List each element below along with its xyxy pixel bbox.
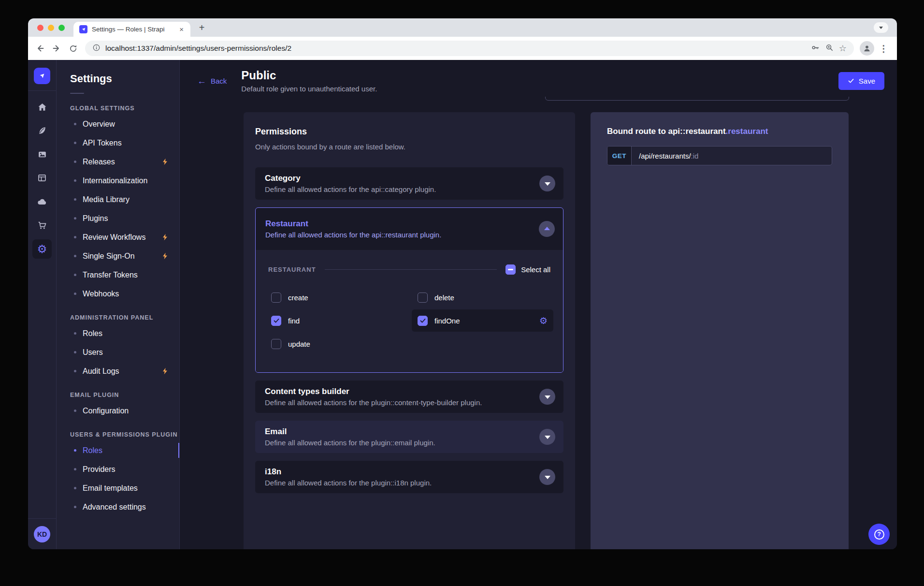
bound-route-title-accent: .restaurant <box>726 127 768 136</box>
group-label: RESTAURANT <box>268 266 316 273</box>
accordion-restaurant[interactable]: Restaurant Define all allowed actions fo… <box>255 207 563 373</box>
lightning-icon <box>161 252 169 260</box>
content-type-builder-icon[interactable] <box>32 168 52 188</box>
accordion-header[interactable]: i18n Define all allowed actions for the … <box>255 461 563 493</box>
forward-button[interactable] <box>48 40 65 57</box>
sidebar-item-webhooks[interactable]: Webhooks <box>57 284 179 303</box>
sidebar-item-overview[interactable]: Overview <box>57 115 179 133</box>
permission-find[interactable]: find <box>265 309 407 332</box>
accordion-email[interactable]: Email Define all allowed actions for the… <box>255 421 563 453</box>
marketplace-cart-icon[interactable] <box>32 216 52 235</box>
accordion-header[interactable]: Restaurant Define all allowed actions fo… <box>256 208 563 250</box>
new-tab-button[interactable]: + <box>195 21 208 34</box>
password-key-icon[interactable] <box>811 43 820 54</box>
permission-update[interactable]: update <box>265 333 407 355</box>
sidebar-item-providers[interactable]: Providers <box>57 460 179 479</box>
browser-menu-icon[interactable]: ⋮ <box>876 43 891 54</box>
media-library-icon[interactable] <box>32 145 52 164</box>
sidebar-item-admin-users[interactable]: Users <box>57 343 179 362</box>
permission-settings-gear-icon[interactable]: ⚙ <box>539 316 548 325</box>
expand-toggle-button[interactable] <box>539 389 555 405</box>
accordion-i18n[interactable]: i18n Define all allowed actions for the … <box>255 461 563 493</box>
content-manager-feather-icon[interactable] <box>32 121 52 140</box>
settings-gear-icon[interactable]: ⚙ <box>32 239 52 259</box>
permission-create[interactable]: create <box>265 286 407 308</box>
sidebar-item-transfer-tokens[interactable]: Transfer Tokens <box>57 265 179 284</box>
save-button[interactable]: Save <box>838 72 884 90</box>
zoom-in-icon[interactable] <box>825 43 834 54</box>
close-window-button[interactable] <box>37 25 43 31</box>
bookmark-star-icon[interactable]: ☆ <box>839 44 847 53</box>
sidebar-item-single-sign-on[interactable]: Single Sign-On <box>57 247 179 265</box>
checkbox-update[interactable] <box>271 339 281 349</box>
main-content: ← Back Public Default role given to unau… <box>180 60 897 549</box>
checkbox-delete[interactable] <box>418 293 428 303</box>
description-input-remnant[interactable] <box>545 97 849 101</box>
accordion-title: Category <box>265 174 436 183</box>
back-link[interactable]: ← Back <box>197 76 227 86</box>
checkbox-find[interactable] <box>271 316 281 326</box>
minimize-window-button[interactable] <box>48 25 54 31</box>
back-button[interactable] <box>32 40 48 57</box>
sidebar-item-advanced-settings[interactable]: Advanced settings <box>57 498 179 516</box>
accordion-title: i18n <box>265 467 432 477</box>
tab-close-icon[interactable]: × <box>177 25 186 34</box>
bound-route-panel: Bound route to api::restaurant.restauran… <box>591 112 849 549</box>
site-info-icon[interactable] <box>92 44 101 54</box>
accordion-header[interactable]: Category Define all allowed actions for … <box>255 167 563 200</box>
accordion-header[interactable]: Content types builder Define all allowed… <box>255 381 563 413</box>
select-all-control[interactable]: Select all <box>505 264 550 275</box>
sidebar-item-admin-roles[interactable]: Roles <box>57 324 179 343</box>
help-button[interactable]: ? <box>868 524 890 545</box>
bullet-icon <box>74 468 76 470</box>
route-display: GET /api/restaurants/:id <box>607 146 832 165</box>
sidebar-item-up-roles[interactable]: Roles <box>57 441 179 460</box>
expand-toggle-button[interactable] <box>539 429 555 445</box>
sidebar-item-email-templates[interactable]: Email templates <box>57 479 179 498</box>
sidebar-item-plugins[interactable]: Plugins <box>57 209 179 228</box>
zoom-window-button[interactable] <box>58 25 65 31</box>
permission-findone[interactable]: findOne ⚙ <box>412 309 553 332</box>
browser-tab[interactable]: Settings — Roles | Strapi × <box>73 22 190 37</box>
user-avatar[interactable]: KD <box>34 526 50 542</box>
section-label: USERS & PERMISSIONS PLUGIN <box>57 431 179 438</box>
caret-down-icon <box>545 476 550 479</box>
save-label: Save <box>859 77 875 85</box>
cloud-deploy-icon[interactable] <box>32 192 52 211</box>
accordion-titles: Restaurant Define all allowed actions fo… <box>265 219 441 239</box>
permission-delete[interactable]: delete <box>412 286 553 308</box>
address-bar[interactable]: localhost:1337/admin/settings/users-perm… <box>85 41 854 56</box>
accordion-description: Define all allowed actions for the plugi… <box>265 479 432 487</box>
accordion-description: Define all allowed actions for the plugi… <box>265 398 482 407</box>
sidebar-item-review-workflows[interactable]: Review Workflows <box>57 228 179 247</box>
bullet-icon <box>74 332 76 335</box>
sidebar-item-api-tokens[interactable]: API Tokens <box>57 133 179 152</box>
strapi-logo[interactable] <box>34 68 50 84</box>
sidebar-title: Settings <box>57 73 179 85</box>
sidebar-item-releases[interactable]: Releases <box>57 152 179 171</box>
accordion-header[interactable]: Email Define all allowed actions for the… <box>255 421 563 453</box>
home-icon[interactable] <box>32 97 52 117</box>
restaurant-permissions-body: RESTAURANT Select all <box>256 250 563 372</box>
collapse-toggle-button[interactable] <box>539 221 555 237</box>
tab-search-button[interactable] <box>874 22 888 33</box>
sidebar-item-audit-logs[interactable]: Audit Logs <box>57 362 179 381</box>
permissions-title: Permissions <box>255 127 563 137</box>
bullet-icon <box>74 236 76 238</box>
reload-button[interactable] <box>65 40 81 57</box>
url-text[interactable]: localhost:1337/admin/settings/users-perm… <box>105 44 806 53</box>
permission-group-header: RESTAURANT Select all <box>265 264 553 275</box>
sidebar-item-internationalization[interactable]: Internationalization <box>57 171 179 190</box>
expand-toggle-button[interactable] <box>539 176 555 191</box>
accordion-category[interactable]: Category Define all allowed actions for … <box>255 167 563 200</box>
sidebar-item-configuration[interactable]: Configuration <box>57 401 179 420</box>
sidebar-item-media-library[interactable]: Media Library <box>57 190 179 209</box>
bullet-icon <box>74 123 76 125</box>
select-all-checkbox[interactable] <box>505 264 516 275</box>
accordion-content-types-builder[interactable]: Content types builder Define all allowed… <box>255 381 563 413</box>
browser-profile-avatar[interactable] <box>860 41 874 56</box>
checkbox-findone[interactable] <box>418 316 428 326</box>
expand-toggle-button[interactable] <box>539 469 555 485</box>
checkbox-create[interactable] <box>271 293 281 303</box>
main-nav-rail: ⚙ KD <box>28 60 57 549</box>
